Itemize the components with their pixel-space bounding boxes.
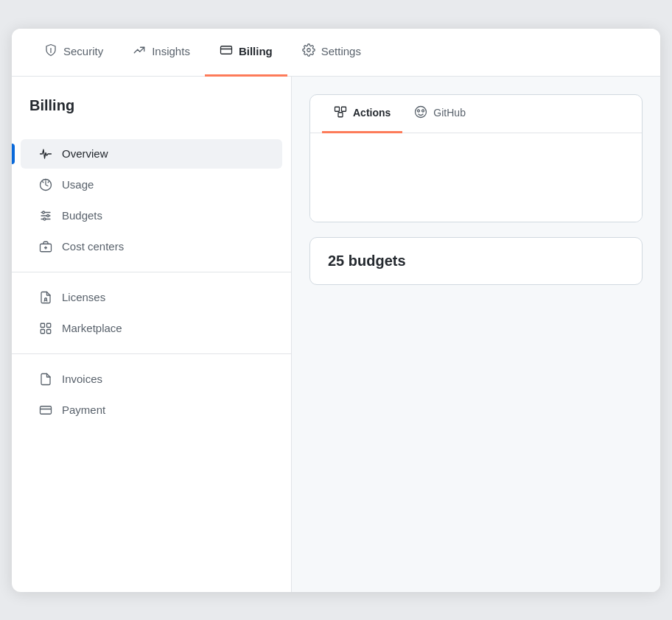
- sidebar-item-overview-label: Overview: [62, 147, 108, 160]
- file-icon: [38, 372, 53, 387]
- sliders-icon: [38, 208, 53, 223]
- sidebar-item-licenses-label: Licenses: [62, 291, 105, 303]
- tab-insights[interactable]: Insights: [118, 29, 205, 77]
- svg-point-11: [47, 214, 49, 216]
- github-icon: [414, 105, 427, 121]
- top-navigation: Security Insights Billing: [12, 29, 660, 77]
- sidebar-item-budgets[interactable]: Budgets: [21, 201, 282, 230]
- tab-settings-label: Settings: [321, 45, 361, 57]
- inner-tabs-card: Actions GitHub: [309, 94, 643, 222]
- svg-point-12: [43, 218, 46, 220]
- svg-point-29: [422, 110, 424, 112]
- grid-icon: [38, 321, 53, 336]
- svg-point-4: [307, 48, 310, 52]
- svg-point-10: [43, 211, 45, 214]
- sidebar-title: Billing: [12, 97, 291, 129]
- gear-icon: [302, 43, 315, 60]
- sidebar-section-main: Overview Usage: [12, 129, 291, 272]
- gauge-icon: [38, 177, 53, 192]
- license-icon: [38, 290, 53, 305]
- sidebar-item-licenses[interactable]: Licenses: [21, 283, 282, 312]
- inner-tab-actions-label: Actions: [353, 107, 391, 119]
- tab-settings[interactable]: Settings: [287, 29, 376, 77]
- sidebar-item-invoices[interactable]: Invoices: [21, 364, 282, 394]
- actions-icon: [334, 105, 347, 121]
- sidebar-item-marketplace-label: Marketplace: [62, 322, 122, 334]
- sidebar-item-usage[interactable]: Usage: [21, 170, 282, 200]
- inner-tabs-nav: Actions GitHub: [310, 95, 642, 133]
- budgets-title: 25 budgets: [328, 253, 624, 270]
- svg-rect-17: [41, 323, 44, 327]
- main-layout: Billing Overview: [12, 77, 660, 592]
- tab-security[interactable]: Security: [29, 29, 118, 77]
- content-area: Actions GitHub: [292, 77, 660, 592]
- inner-tab-github[interactable]: GitHub: [402, 95, 477, 133]
- sidebar-item-cost-centers-label: Cost centers: [62, 240, 124, 253]
- app-window: Security Insights Billing: [12, 29, 660, 592]
- sidebar-item-payment[interactable]: Payment: [21, 395, 282, 425]
- tab-security-label: Security: [63, 45, 103, 57]
- sidebar-item-marketplace[interactable]: Marketplace: [21, 314, 282, 343]
- svg-rect-25: [338, 112, 343, 116]
- svg-rect-23: [335, 107, 340, 111]
- inner-tab-github-label: GitHub: [433, 107, 466, 119]
- svg-rect-2: [220, 46, 231, 54]
- inner-tab-actions[interactable]: Actions: [322, 95, 402, 133]
- svg-point-1: [51, 52, 52, 52]
- sidebar-item-overview[interactable]: Overview: [21, 139, 282, 169]
- tab-insights-label: Insights: [152, 45, 190, 57]
- svg-rect-21: [41, 406, 52, 414]
- svg-rect-18: [47, 323, 51, 327]
- tab-billing[interactable]: Billing: [205, 29, 287, 77]
- svg-rect-24: [342, 107, 346, 111]
- sidebar-section-licenses: Licenses Marketplace: [12, 272, 291, 354]
- sidebar-item-budgets-label: Budgets: [62, 209, 102, 222]
- pulse-icon: [38, 147, 53, 161]
- sidebar-item-payment-label: Payment: [62, 404, 105, 416]
- sidebar-item-invoices-label: Invoices: [62, 373, 102, 385]
- billing-icon: [220, 43, 233, 60]
- sidebar: Billing Overview: [12, 77, 292, 592]
- svg-rect-20: [47, 329, 51, 333]
- card-icon: [38, 403, 53, 418]
- sidebar-section-invoices: Invoices Payment: [12, 354, 291, 435]
- briefcase-icon: [38, 239, 53, 254]
- tab-billing-label: Billing: [239, 45, 273, 57]
- svg-point-28: [418, 110, 420, 112]
- inner-tab-content: [310, 133, 642, 222]
- chart-icon: [133, 43, 146, 60]
- svg-rect-19: [41, 329, 44, 333]
- budgets-card: 25 budgets: [309, 237, 643, 285]
- sidebar-item-cost-centers[interactable]: Cost centers: [21, 232, 282, 261]
- svg-point-27: [416, 106, 427, 117]
- shield-icon: [44, 43, 57, 60]
- sidebar-item-usage-label: Usage: [62, 178, 94, 191]
